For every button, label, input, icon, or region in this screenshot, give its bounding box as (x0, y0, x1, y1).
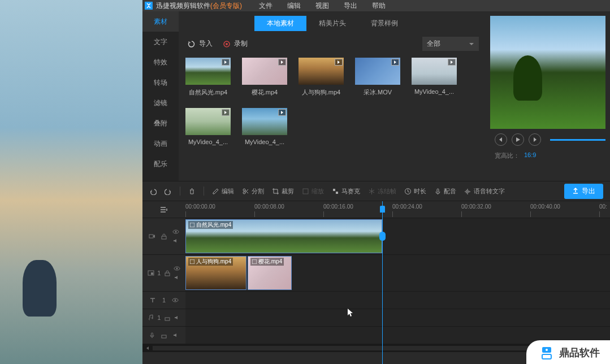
media-item[interactable]: 采冰.MOV (355, 58, 400, 97)
record-button[interactable]: 录制 (223, 39, 248, 49)
edit-button[interactable]: 编辑 (212, 187, 234, 196)
redo-button[interactable] (165, 188, 172, 195)
export-button[interactable]: 导出 (564, 184, 603, 199)
upper-panel: 素材 文字 特效 转场 滤镜 叠附 动画 配乐 本地素材 精美片头 背景样例 导… (142, 11, 610, 181)
mosaic-button[interactable]: 马赛克 (332, 187, 360, 196)
track-head[interactable]: 1 (142, 309, 185, 326)
timeline-options-button[interactable] (142, 201, 185, 218)
track-head[interactable] (142, 327, 185, 344)
record-icon (223, 40, 231, 48)
lock-icon[interactable] (164, 314, 171, 321)
track-body[interactable]: 人与狗狗.mp4 樱花.mp4 (185, 255, 610, 291)
clip-nature[interactable]: 自然风光.mp4 (185, 219, 382, 253)
eye-icon[interactable] (174, 265, 180, 272)
tab-text[interactable]: 文字 (142, 32, 179, 52)
media-item[interactable]: 人与狗狗.mp4 (298, 58, 344, 97)
track-body[interactable] (185, 292, 610, 309)
media-item[interactable]: 樱花.mp4 (242, 58, 287, 97)
media-item[interactable]: 自然风光.mp4 (185, 58, 231, 97)
separator (204, 187, 204, 196)
track-head[interactable]: 1 (142, 255, 185, 291)
freeze-button[interactable]: 冻结帧 (368, 187, 396, 196)
track-body[interactable] (185, 309, 610, 326)
prev-frame-button[interactable] (495, 133, 507, 146)
split-button[interactable]: 分割 (242, 187, 264, 196)
scroll-left-icon[interactable] (145, 345, 150, 351)
preview-seek-bar[interactable] (550, 139, 605, 141)
media-item[interactable]: MyVideo_4_... (412, 58, 457, 97)
lock-icon[interactable] (164, 270, 171, 276)
time-tick: 00: (599, 203, 607, 210)
tab-music[interactable]: 配乐 (142, 154, 179, 174)
timeline: 00:00:00.0000:00:08.0000:00:16.0000:00:2… (142, 201, 610, 364)
menu-file[interactable]: 文件 (259, 1, 272, 11)
tab-animation[interactable]: 动画 (142, 133, 179, 154)
media-thumbnail (412, 58, 457, 85)
svg-rect-28 (542, 354, 551, 359)
undo-button[interactable] (149, 188, 157, 195)
mic-icon (149, 332, 155, 339)
svg-rect-15 (151, 272, 153, 275)
lock-icon[interactable] (161, 233, 167, 240)
mute-icon[interactable] (174, 274, 180, 281)
media-thumbnail (185, 108, 231, 135)
eye-icon[interactable] (172, 228, 179, 235)
dub-button[interactable]: 配音 (434, 187, 456, 196)
clip-dog[interactable]: 人与狗狗.mp4 (185, 256, 246, 290)
eye-icon[interactable] (172, 297, 179, 304)
duration-button[interactable]: 时长 (404, 187, 426, 196)
import-button[interactable]: 导入 (188, 39, 213, 49)
menu-view[interactable]: 视图 (315, 1, 329, 11)
svg-rect-5 (333, 189, 335, 191)
menu-edit[interactable]: 编辑 (287, 1, 301, 11)
svg-rect-25 (162, 335, 166, 338)
time-ruler-ticks[interactable]: 00:00:00.0000:00:08.0000:00:16.0000:00:2… (185, 201, 610, 218)
play-badge-icon (278, 59, 286, 66)
tab-material[interactable]: 素材 (142, 11, 179, 32)
svg-rect-19 (190, 259, 194, 264)
separator (180, 187, 180, 196)
chevron-down-icon (469, 42, 474, 46)
mute-icon[interactable] (172, 332, 179, 339)
time-ruler[interactable]: 00:00:00.0000:00:08.0000:00:16.0000:00:2… (142, 201, 610, 218)
delete-button[interactable] (188, 188, 196, 195)
svg-rect-23 (165, 318, 170, 320)
svg-rect-20 (252, 259, 257, 264)
subtab-intro[interactable]: 精美片头 (306, 16, 358, 31)
subtab-background[interactable]: 背景样例 (358, 16, 410, 31)
zoom-button[interactable]: 缩放 (302, 187, 324, 196)
playhead[interactable] (382, 201, 383, 364)
svg-rect-8 (437, 189, 439, 192)
clip-sakura[interactable]: 樱花.mp4 (248, 256, 292, 290)
crop-button[interactable]: 裁剪 (272, 187, 294, 196)
tab-overlay[interactable]: 叠附 (142, 113, 179, 133)
mute-icon[interactable] (172, 237, 179, 244)
svg-point-12 (175, 231, 177, 233)
tab-effects[interactable]: 特效 (142, 52, 179, 72)
track-number: 1 (157, 270, 161, 276)
media-item[interactable]: MyVideo_4_... (185, 108, 231, 145)
tab-transition[interactable]: 转场 (142, 72, 179, 93)
watermark-text: 鼎品软件 (559, 346, 600, 359)
track-head[interactable] (142, 218, 185, 254)
play-badge-icon (391, 59, 399, 66)
menu-export[interactable]: 导出 (344, 1, 357, 11)
play-button[interactable] (512, 133, 524, 146)
media-label: MyVideo_4_... (412, 88, 457, 95)
background-photo (0, 0, 142, 364)
speech-to-text-button[interactable]: 语音转文字 (464, 187, 505, 196)
mute-icon[interactable] (174, 314, 180, 321)
aspect-ratio-value[interactable]: 16:9 (524, 151, 536, 160)
subtab-local[interactable]: 本地素材 (254, 16, 306, 31)
next-frame-button[interactable] (529, 133, 541, 146)
media-label: 自然风光.mp4 (185, 88, 231, 97)
filter-dropdown[interactable]: 全部 (422, 37, 479, 51)
media-item[interactable]: MyVideo_4_... (242, 108, 287, 145)
track-body[interactable]: 自然风光.mp4 (185, 218, 610, 254)
tab-filter[interactable]: 滤镜 (142, 93, 179, 113)
menu-help[interactable]: 帮助 (372, 1, 386, 11)
lock-icon[interactable] (161, 332, 167, 339)
playhead-handle[interactable] (379, 232, 386, 241)
track-head[interactable]: 1 (142, 292, 185, 309)
media-subtabs: 本地素材 精美片头 背景样例 (185, 16, 479, 31)
